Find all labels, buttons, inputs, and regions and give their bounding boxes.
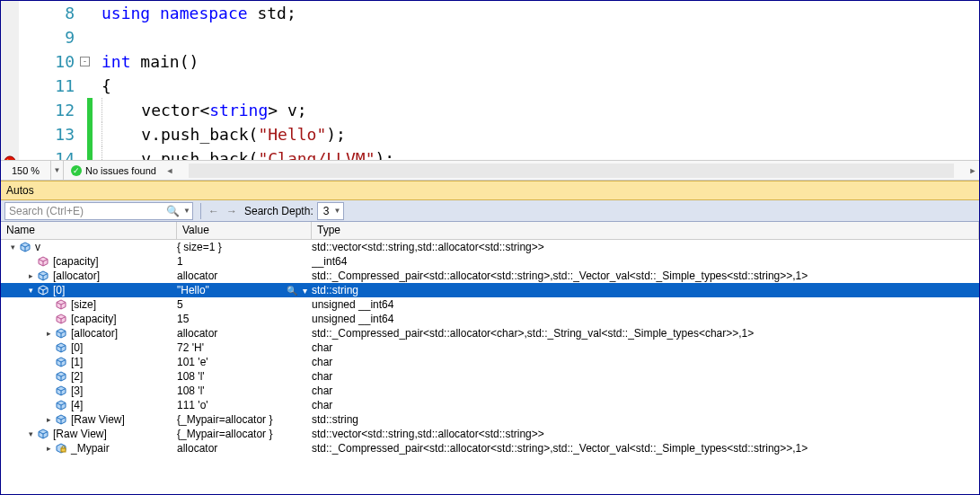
code-line[interactable]: { — [102, 74, 979, 98]
variable-row[interactable]: ▸_Mypairallocatorstd::_Compressed_pair<s… — [1, 441, 979, 455]
variable-row[interactable]: ▸[allocator]allocatorstd::_Compressed_pa… — [1, 269, 979, 283]
expand-toggle — [26, 257, 35, 266]
expand-toggle[interactable]: ▸ — [26, 271, 35, 280]
variable-name: [capacity] — [53, 255, 99, 268]
variable-row[interactable]: ▾v{ size=1 }std::vector<std::string,std:… — [1, 240, 979, 254]
search-depth-dropdown[interactable]: 3 ▼ — [317, 202, 345, 220]
variable-value: {_Mypair=allocator } — [177, 413, 272, 426]
variable-name: [2] — [71, 370, 83, 383]
column-header-type[interactable]: Type — [312, 222, 979, 239]
code-line[interactable]: v.push_back("Clang/LLVM"); — [102, 146, 979, 160]
search-dropdown-icon[interactable]: ▼ — [183, 207, 190, 215]
search-icon: 🔍 — [166, 205, 180, 217]
variable-row[interactable]: [3]108 'l'char — [1, 384, 979, 398]
cube-pink-icon — [37, 255, 49, 268]
variable-row[interactable]: ▾[0]"Hello"🔍▾std::string — [1, 283, 979, 297]
variable-value: {_Mypair=allocator } — [177, 428, 272, 440]
variable-row[interactable]: [2]108 'l'char — [1, 369, 979, 384]
variable-row[interactable]: [capacity]15unsigned __int64 — [1, 312, 979, 326]
variable-name-cell: ▾[0] — [1, 284, 177, 296]
expand-toggle[interactable]: ▾ — [26, 429, 35, 438]
expand-toggle — [44, 386, 53, 395]
column-header-name[interactable]: Name — [1, 222, 177, 239]
variable-value-cell[interactable]: {_Mypair=allocator } — [177, 413, 312, 426]
variable-type-cell: std::vector<std::string,std::allocator<s… — [312, 428, 979, 440]
code-area[interactable]: using namespace std;int main(){ vector<s… — [96, 1, 979, 160]
variable-value-cell[interactable]: { size=1 } — [177, 241, 312, 253]
expand-toggle[interactable]: ▸ — [44, 444, 53, 453]
variable-value-cell[interactable]: allocator — [177, 270, 312, 282]
cube-blue-icon — [19, 241, 31, 253]
code-line[interactable]: using namespace std; — [102, 1, 979, 25]
code-line[interactable]: int main() — [102, 49, 979, 74]
zoom-level[interactable]: 150 % — [1, 161, 51, 180]
autos-toolbar: Search (Ctrl+E) 🔍 ▼ ← → Search Depth: 3 … — [1, 200, 979, 222]
variable-value-cell[interactable]: 108 'l' — [177, 370, 312, 383]
autos-grid-header: Name Value Type — [1, 222, 979, 240]
fold-toggle[interactable]: - — [80, 57, 90, 66]
code-line[interactable]: v.push_back("Hello"); — [102, 122, 979, 146]
variable-row[interactable]: ▸[Raw View]{_Mypair=allocator }std::stri… — [1, 412, 979, 427]
variable-row[interactable]: [size]5unsigned __int64 — [1, 297, 979, 312]
variable-row[interactable]: [capacity]1__int64 — [1, 254, 979, 269]
value-action-icon[interactable]: 🔍 — [287, 284, 297, 296]
scroll-track[interactable] — [189, 164, 954, 178]
variable-value-cell[interactable]: {_Mypair=allocator } — [177, 428, 312, 440]
horizontal-scrollbar[interactable]: ◄ ► — [163, 161, 979, 180]
cube-blue-icon — [55, 341, 67, 354]
cube-blue-icon — [55, 399, 67, 411]
expand-toggle[interactable]: ▾ — [26, 286, 35, 295]
variable-type-cell: std::_Compressed_pair<std::allocator<cha… — [312, 327, 979, 340]
code-editor: - 89101112131415 using namespace std;int… — [1, 1, 979, 181]
zoom-dropdown-icon[interactable]: ▼ — [51, 161, 64, 180]
nav-forward-button[interactable]: → — [223, 202, 241, 220]
variable-row[interactable]: ▸[allocator]allocatorstd::_Compressed_pa… — [1, 326, 979, 340]
variable-value-cell[interactable]: 111 'o' — [177, 399, 312, 411]
expand-toggle — [44, 300, 53, 309]
variable-row[interactable]: [0]72 'H'char — [1, 340, 979, 355]
variable-row[interactable]: ▾[Raw View]{_Mypair=allocator }std::vect… — [1, 427, 979, 441]
issues-status-text: No issues found — [85, 165, 156, 176]
expand-toggle[interactable]: ▸ — [44, 329, 53, 338]
scroll-right-icon[interactable]: ► — [967, 166, 979, 175]
search-input[interactable]: Search (Ctrl+E) 🔍 ▼ — [4, 202, 193, 220]
autos-grid-body[interactable]: ▾v{ size=1 }std::vector<std::string,std:… — [1, 240, 979, 494]
line-number: 9 — [1, 25, 75, 49]
variable-name-cell: [size] — [1, 298, 177, 311]
nav-back-button[interactable]: ← — [205, 202, 223, 220]
variable-type-cell: char — [312, 370, 979, 383]
variable-name-cell: ▸[allocator] — [1, 270, 177, 282]
variable-value-cell[interactable]: 1 — [177, 255, 312, 268]
expand-toggle[interactable]: ▸ — [44, 415, 53, 424]
variable-name: [size] — [71, 298, 96, 311]
editor-body[interactable]: - 89101112131415 using namespace std;int… — [1, 1, 979, 160]
variable-row[interactable]: [4]111 'o'char — [1, 398, 979, 412]
variable-value-cell[interactable]: 108 'l' — [177, 385, 312, 397]
variable-name: [Raw View] — [53, 428, 107, 440]
variable-value-cell[interactable]: 5 — [177, 298, 312, 311]
variable-value-cell[interactable]: allocator — [177, 327, 312, 340]
autos-panel-header[interactable]: Autos — [1, 181, 979, 200]
variable-type-cell: char — [312, 356, 979, 368]
variable-value-cell[interactable]: 15 — [177, 313, 312, 325]
variable-value: { size=1 } — [177, 241, 222, 253]
variable-value-cell[interactable]: "Hello"🔍▾ — [177, 284, 312, 296]
variable-row[interactable]: [1]101 'e'char — [1, 355, 979, 369]
variable-type-cell: std::vector<std::string,std::allocator<s… — [312, 241, 979, 253]
variable-value-cell[interactable]: 101 'e' — [177, 356, 312, 368]
editor-footer: 150 % ▼ ✓ No issues found ◄ ► — [1, 160, 979, 180]
column-header-value[interactable]: Value — [177, 222, 312, 239]
variable-name: [allocator] — [71, 327, 118, 340]
variable-value-cell[interactable]: allocator — [177, 442, 312, 455]
expand-toggle — [44, 314, 53, 323]
issues-status[interactable]: ✓ No issues found — [64, 165, 163, 176]
variable-value-cell[interactable]: 72 'H' — [177, 341, 312, 354]
value-action-icon[interactable]: ▾ — [299, 284, 310, 296]
code-line[interactable] — [102, 25, 979, 49]
code-line[interactable]: vector<string> v; — [102, 98, 979, 122]
expand-toggle[interactable]: ▾ — [8, 243, 17, 252]
scroll-left-icon[interactable]: ◄ — [163, 166, 176, 175]
variable-name-cell: [2] — [1, 370, 177, 383]
variable-value: allocator — [177, 442, 217, 455]
search-depth-label: Search Depth: — [241, 205, 317, 217]
